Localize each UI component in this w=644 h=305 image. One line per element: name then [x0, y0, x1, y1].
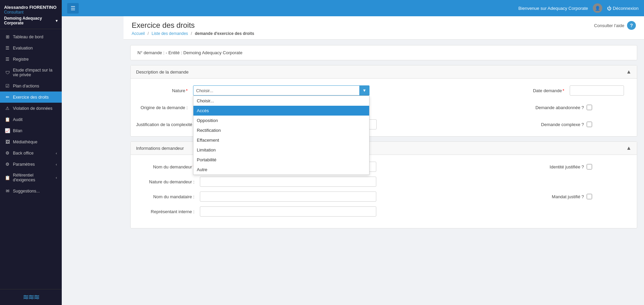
complexite-label: Justification de la complexité : — [136, 122, 197, 127]
page-title: Exercice des droits — [132, 21, 254, 30]
nav-label-mediatheque: Médiathèque — [13, 140, 37, 144]
dropdown-item-rectification[interactable]: Rectification — [193, 125, 369, 135]
topbar-welcome: Bienvenue sur Adequacy Corporate — [518, 6, 588, 11]
nav-label-plan-actions: Plan d'actions — [13, 84, 39, 88]
sidebar-entity[interactable]: Demoing Adequacy Corporate ▾ — [4, 16, 58, 25]
demande-info-card: N° demande : - Entité : Demoing Adequacy… — [130, 45, 637, 60]
sidebar-item-exercice-droits[interactable]: ✏ Exercice des droits — [0, 92, 62, 103]
nav-arrow-parametres: ‹ — [56, 162, 57, 166]
sidebar-item-registre[interactable]: ☰ Registre — [0, 54, 62, 65]
demande-complexe-label: Demande complexe ? — [516, 122, 584, 127]
sidebar-item-etude-impact[interactable]: 🛡 Etude d'impact sur la vie privée — [0, 65, 62, 80]
representant-interne-label: Représentant interne : — [136, 209, 197, 214]
date-demande-label: Date demande — [516, 88, 567, 93]
demande-complexe-checkbox[interactable] — [587, 122, 592, 127]
nav-icon-parametres: ⚙ — [5, 162, 10, 167]
nav-label-referentiel: Référentiel d'exigences — [13, 173, 53, 182]
description-card: Description de la demande ▲ Nature Chois… — [130, 65, 637, 137]
nav-label-suggestions: Suggestions... — [13, 189, 40, 194]
sidebar-navigation: ⊞ Tableau de bord ☰ Evaluation ☰ Registr… — [0, 29, 62, 289]
nom-mandataire-input[interactable] — [200, 191, 376, 202]
identite-justifiee-checkbox[interactable] — [587, 164, 592, 169]
dropdown-item-limitation[interactable]: Limitation — [193, 145, 369, 155]
sidebar-item-evaluation[interactable]: ☰ Evaluation — [0, 42, 62, 54]
breadcrumb-sep1: / — [148, 31, 149, 36]
dropdown-item-effacement[interactable]: Effacement — [193, 135, 369, 145]
sidebar-username: Alessandro FIORENTINO — [4, 5, 58, 10]
nav-arrow-referentiel: ‹ — [56, 176, 57, 180]
nav-label-registre: Registre — [13, 57, 29, 62]
dropdown-item-placeholder[interactable]: Choisir... — [193, 96, 369, 106]
breadcrumb-accueil[interactable]: Accueil — [132, 31, 145, 36]
nav-icon-referentiel: 📋 — [5, 175, 10, 180]
informations-collapse-button[interactable]: ▲ — [626, 145, 631, 151]
dropdown-item-opposition[interactable]: Opposition — [193, 116, 369, 125]
nav-icon-audit: 📋 — [5, 117, 10, 122]
sidebar-item-tableau-de-bord[interactable]: ⊞ Tableau de bord — [0, 31, 62, 42]
help-section: Consulter l'aide ? — [594, 21, 636, 30]
page-header: Exercice des droits Accueil / Liste des … — [124, 16, 644, 40]
nature-select-wrapper: Choisir... ▼ Choisir...AccèsOppositionRe… — [193, 85, 370, 96]
nav-icon-etude-impact: 🛡 — [5, 70, 10, 75]
sidebar-item-plan-actions[interactable]: ☑ Plan d'actions — [0, 80, 62, 92]
nav-label-audit: Audit — [13, 117, 23, 122]
informations-title: Informations demandeur — [136, 146, 184, 151]
nature-demandeur-input[interactable] — [200, 177, 376, 187]
nav-label-violation-donnees: Violation de données — [13, 106, 53, 111]
nom-mandataire-label: Nom du mandataire : — [136, 194, 197, 199]
nav-icon-suggestions: ✉ — [5, 188, 10, 194]
nav-icon-evaluation: ☰ — [5, 45, 10, 50]
nav-label-evaluation: Evaluation — [13, 46, 33, 50]
dropdown-item-autre[interactable]: Autre — [193, 165, 369, 175]
sidebar-item-mediatheque[interactable]: 🖼 Médiathèque — [0, 136, 62, 147]
sidebar-header: Alessandro FIORENTINO Consultant Demoing… — [0, 0, 62, 29]
description-collapse-button[interactable]: ▲ — [626, 69, 631, 75]
sidebar-item-back-office[interactable]: ⚙ Back office ‹ — [0, 147, 62, 159]
mandat-justifie-checkbox[interactable] — [587, 194, 592, 199]
main-content: Exercice des droits Accueil / Liste des … — [124, 16, 644, 305]
nav-icon-exercice-droits: ✏ — [5, 95, 10, 100]
help-button[interactable]: ? — [627, 21, 636, 30]
demande-abandonnee-checkbox[interactable] — [587, 105, 592, 110]
nom-demandeur-label: Nom du demandeur — [136, 164, 197, 169]
topbar: ☰ Bienvenue sur Adequacy Corporate 👤 ⏻ D… — [62, 0, 644, 16]
nav-icon-registre: ☰ — [5, 57, 10, 62]
sidebar: Alessandro FIORENTINO Consultant Demoing… — [0, 0, 62, 305]
user-avatar-icon: 👤 — [593, 3, 602, 13]
demande-abandonnee-label: Demande abandonnée ? — [516, 105, 584, 110]
logout-icon: ⏻ — [607, 6, 611, 11]
nature-dropdown-menu: Choisir...AccèsOppositionRectificationEf… — [193, 96, 370, 175]
nav-icon-plan-actions: ☑ — [5, 83, 10, 88]
origine-label: Origine de la demande : — [136, 105, 190, 110]
sidebar-role: Consultant — [4, 10, 58, 15]
logout-button[interactable]: ⏻ Déconnexion — [607, 6, 639, 11]
topbar-right: Bienvenue sur Adequacy Corporate 👤 ⏻ Déc… — [518, 3, 639, 13]
hamburger-button[interactable]: ☰ — [67, 3, 79, 14]
nav-label-bilan: Bilan — [13, 128, 22, 133]
nav-icon-tableau-de-bord: ⊞ — [5, 34, 10, 39]
sidebar-item-parametres[interactable]: ⚙ Paramètres ‹ — [0, 159, 62, 170]
mandat-justifie-label: Mandat justifié ? — [516, 194, 584, 199]
description-card-header: Description de la demande ▲ — [131, 65, 637, 79]
nature-select-trigger[interactable]: Choisir... — [193, 85, 370, 96]
sidebar-item-suggestions[interactable]: ✉ Suggestions... — [0, 185, 62, 197]
sidebar-item-violation-donnees[interactable]: ⚠ Violation de données — [0, 103, 62, 114]
representant-interne-input[interactable] — [200, 206, 376, 217]
page-title-section: Exercice des droits Accueil / Liste des … — [132, 21, 254, 36]
dropdown-item-acces[interactable]: Accès — [193, 106, 369, 116]
breadcrumb-liste[interactable]: Liste des demandes — [152, 31, 188, 36]
sidebar-item-bilan[interactable]: 📈 Bilan — [0, 125, 62, 136]
nav-icon-mediatheque: 🖼 — [5, 139, 10, 144]
date-demande-input[interactable] — [570, 85, 624, 96]
nav-label-etude-impact: Etude d'impact sur la vie privée — [13, 68, 57, 77]
nav-icon-back-office: ⚙ — [5, 150, 10, 156]
dropdown-item-portabilite[interactable]: Portabilité — [193, 155, 369, 165]
nav-icon-bilan: 📈 — [5, 128, 10, 133]
sidebar-item-audit[interactable]: 📋 Audit — [0, 114, 62, 125]
help-label: Consulter l'aide — [594, 23, 624, 28]
demande-info-text: N° demande : - Entité : Demoing Adequacy… — [131, 45, 637, 60]
breadcrumb-current: demande d'exercice des droits — [195, 31, 254, 36]
nature-label: Nature — [136, 88, 190, 93]
sidebar-item-referentiel[interactable]: 📋 Référentiel d'exigences ‹ — [0, 170, 62, 185]
content-area: N° demande : - Entité : Demoing Adequacy… — [124, 40, 644, 239]
